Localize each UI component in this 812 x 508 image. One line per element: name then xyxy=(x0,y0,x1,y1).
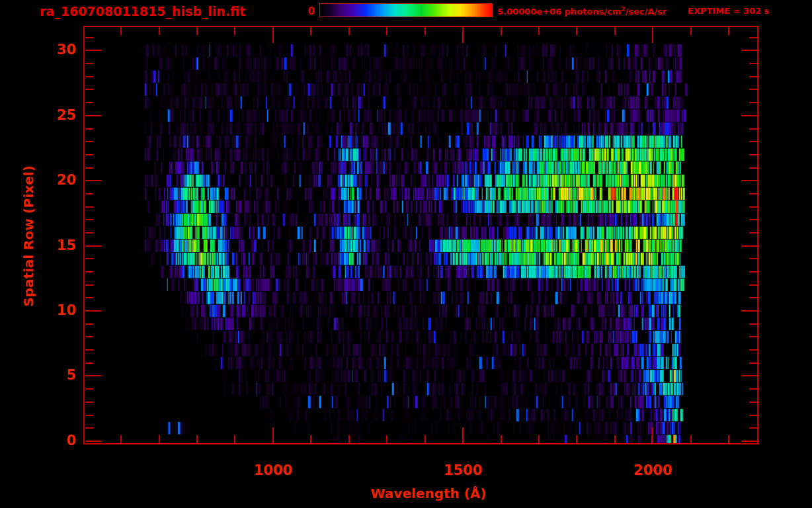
colorbar-max-value: 5.00000e+06 xyxy=(497,7,561,17)
x-tick-label-1000: 1000 xyxy=(254,462,292,478)
tick-mark xyxy=(85,115,101,116)
tick-mark xyxy=(85,362,93,364)
tick-mark xyxy=(85,63,93,64)
colorbar-units-prefix: photons/cm xyxy=(561,7,621,17)
tick-mark xyxy=(159,27,160,35)
tick-mark xyxy=(85,388,93,390)
tick-mark xyxy=(85,284,93,286)
tick-mark xyxy=(741,441,757,442)
y-axis-label: Spatial Row (Pixel) xyxy=(20,165,36,307)
tick-mark xyxy=(728,435,729,443)
tick-mark xyxy=(85,50,101,51)
tick-mark xyxy=(159,435,160,443)
tick-mark xyxy=(749,193,757,194)
tick-mark xyxy=(749,388,757,390)
y-tick-label-20: 20 xyxy=(35,172,76,188)
tick-mark xyxy=(85,402,93,403)
tick-mark xyxy=(85,180,101,181)
tick-mark xyxy=(749,349,757,351)
tick-mark xyxy=(749,232,757,233)
tick-mark xyxy=(749,219,757,220)
tick-mark xyxy=(538,27,540,35)
tick-mark xyxy=(652,427,653,443)
tick-mark xyxy=(310,27,311,35)
tick-mark xyxy=(749,271,757,273)
spectral-image-window: ra_160708011815_hisb_lin.fit 0 5.00000e+… xyxy=(0,0,812,508)
tick-mark xyxy=(501,435,502,443)
tick-mark xyxy=(234,435,235,443)
tick-mark xyxy=(85,336,93,337)
tick-mark xyxy=(85,193,93,194)
tick-mark xyxy=(85,37,93,38)
tick-mark xyxy=(85,232,93,233)
x-tick-label-1500: 1500 xyxy=(444,462,482,478)
tick-mark xyxy=(538,435,540,443)
tick-mark xyxy=(348,27,350,35)
plot-frame xyxy=(83,26,758,444)
tick-mark xyxy=(749,76,757,77)
tick-mark xyxy=(85,349,93,351)
tick-mark xyxy=(749,167,757,169)
y-tick-label-15: 15 xyxy=(35,237,76,253)
tick-mark xyxy=(85,441,101,442)
tick-mark xyxy=(85,128,93,130)
tick-mark xyxy=(462,427,464,443)
tick-mark xyxy=(85,415,93,416)
tick-mark xyxy=(741,115,757,116)
tick-mark xyxy=(749,362,757,364)
x-axis-label: Wavelength (Å) xyxy=(371,486,487,501)
tick-mark xyxy=(749,89,757,90)
colorbar-units-suffix: /sec/A/sr xyxy=(625,7,667,17)
tick-mark xyxy=(85,89,93,90)
tick-mark xyxy=(85,219,93,220)
tick-mark xyxy=(749,37,757,38)
tick-mark xyxy=(85,297,93,298)
tick-mark xyxy=(749,102,757,103)
x-tick-label-2000: 2000 xyxy=(633,462,672,478)
tick-mark xyxy=(85,323,93,325)
tick-mark xyxy=(462,27,464,43)
tick-mark xyxy=(272,427,274,443)
tick-mark xyxy=(501,27,502,35)
tick-mark xyxy=(120,27,122,35)
tick-mark xyxy=(272,27,274,43)
tick-mark xyxy=(425,435,426,443)
plot-title: ra_160708011815_hisb_lin.fit xyxy=(40,4,245,19)
tick-mark xyxy=(749,297,757,298)
tick-mark xyxy=(85,245,101,247)
tick-mark xyxy=(749,415,757,416)
tick-mark xyxy=(728,27,729,35)
tick-mark xyxy=(85,76,93,77)
tick-mark xyxy=(576,27,577,35)
tick-mark xyxy=(749,206,757,208)
tick-mark xyxy=(652,27,653,43)
tick-mark xyxy=(749,427,757,429)
tick-mark xyxy=(85,310,101,312)
tick-mark xyxy=(741,50,757,51)
tick-mark xyxy=(690,435,692,443)
tick-mark xyxy=(614,27,616,35)
tick-mark xyxy=(749,258,757,259)
tick-mark xyxy=(348,435,350,443)
tick-mark xyxy=(749,336,757,337)
tick-mark xyxy=(749,323,757,325)
tick-mark xyxy=(85,258,93,259)
tick-mark xyxy=(196,435,198,443)
tick-mark xyxy=(85,167,93,169)
tick-mark xyxy=(196,27,198,35)
tick-mark xyxy=(690,27,692,35)
y-tick-label-5: 5 xyxy=(35,367,76,383)
tick-mark xyxy=(85,154,93,155)
tick-mark xyxy=(576,435,577,443)
tick-mark xyxy=(741,375,757,376)
tick-mark xyxy=(741,245,757,247)
tick-mark xyxy=(386,27,387,35)
tick-mark xyxy=(386,435,387,443)
y-tick-label-10: 10 xyxy=(35,302,76,318)
tick-mark xyxy=(749,128,757,130)
tick-mark xyxy=(425,27,426,35)
tick-mark xyxy=(85,271,93,273)
colorbar-min-label: 0 xyxy=(288,5,315,17)
exptime-label: EXPTIME = 302 s xyxy=(688,6,769,16)
tick-mark xyxy=(749,284,757,286)
